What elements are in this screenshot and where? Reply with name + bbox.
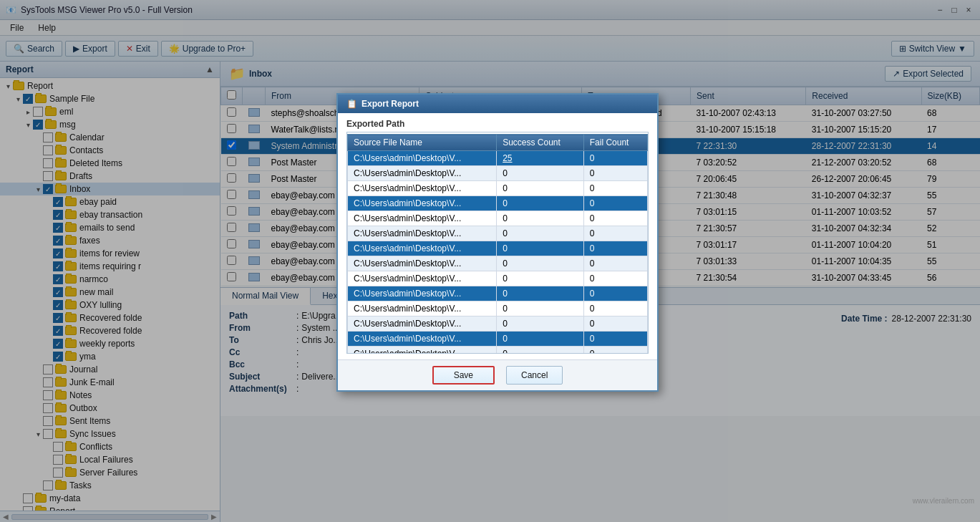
- report-success: 0: [497, 347, 584, 354]
- export-report-modal: 📋 Export Report Exported Path Source Fil…: [336, 93, 659, 392]
- report-fail: 0: [583, 256, 647, 271]
- report-fail: 0: [583, 286, 647, 301]
- report-success: 25: [497, 151, 584, 166]
- report-success: 0: [497, 256, 584, 271]
- report-row: C:\Users\admin\Desktop\V... 0 0: [348, 332, 648, 347]
- report-filename: C:\Users\admin\Desktop\V...: [348, 256, 497, 271]
- report-success: 0: [497, 196, 584, 211]
- report-fail: 0: [583, 166, 647, 181]
- report-filename: C:\Users\admin\Desktop\V...: [348, 181, 497, 196]
- report-row: C:\Users\admin\Desktop\V... 0 0: [348, 166, 648, 181]
- report-success: 0: [497, 211, 584, 226]
- report-success: 0: [497, 226, 584, 241]
- report-row: C:\Users\admin\Desktop\V... 0 0: [348, 256, 648, 271]
- modal-body: Exported Path Source File Name Success C…: [338, 113, 657, 359]
- report-row: C:\Users\admin\Desktop\V... 0 0: [348, 211, 648, 226]
- report-row: C:\Users\admin\Desktop\V... 0 0: [348, 196, 648, 211]
- report-row: C:\Users\admin\Desktop\V... 0 0: [348, 226, 648, 241]
- report-filename: C:\Users\admin\Desktop\V...: [348, 332, 497, 347]
- report-fail: 0: [583, 316, 647, 332]
- cancel-button[interactable]: Cancel: [506, 366, 563, 385]
- modal-header-icon: 📋: [346, 99, 357, 109]
- report-filename: C:\Users\admin\Desktop\V...: [348, 286, 497, 301]
- report-success: 0: [497, 181, 584, 196]
- report-fail: 0: [583, 271, 647, 286]
- exported-path-label: Exported Path: [346, 119, 649, 129]
- report-fail: 0: [583, 241, 647, 256]
- report-filename: C:\Users\admin\Desktop\V...: [348, 226, 497, 241]
- report-filename: C:\Users\admin\Desktop\V...: [348, 347, 497, 354]
- report-success: 0: [497, 241, 584, 256]
- report-filename: C:\Users\admin\Desktop\V...: [348, 301, 497, 316]
- report-row: C:\Users\admin\Desktop\V... 0 0: [348, 347, 648, 354]
- save-button[interactable]: Save: [432, 366, 495, 385]
- report-fail: 0: [583, 226, 647, 241]
- report-fail: 0: [583, 196, 647, 211]
- report-filename: C:\Users\admin\Desktop\V...: [348, 196, 497, 211]
- report-table: Source File Name Success Count Fail Coun…: [347, 134, 648, 354]
- report-row: C:\Users\admin\Desktop\V... 0 0: [348, 316, 648, 332]
- report-row: C:\Users\admin\Desktop\V... 0 0: [348, 301, 648, 316]
- report-col-filename: Source File Name: [348, 135, 497, 151]
- report-success: 0: [497, 166, 584, 181]
- report-filename: C:\Users\admin\Desktop\V...: [348, 151, 497, 166]
- report-filename: C:\Users\admin\Desktop\V...: [348, 211, 497, 226]
- report-success: 0: [497, 332, 584, 347]
- report-row: C:\Users\admin\Desktop\V... 0 0: [348, 241, 648, 256]
- report-filename: C:\Users\admin\Desktop\V...: [348, 316, 497, 332]
- report-fail: 0: [583, 332, 647, 347]
- report-fail: 0: [583, 151, 647, 166]
- report-success: 0: [497, 271, 584, 286]
- report-fail: 0: [583, 211, 647, 226]
- report-fail: 0: [583, 347, 647, 354]
- report-fail: 0: [583, 181, 647, 196]
- report-success: 0: [497, 286, 584, 301]
- report-col-success: Success Count: [497, 135, 584, 151]
- report-row: C:\Users\admin\Desktop\V... 0 0: [348, 286, 648, 301]
- report-filename: C:\Users\admin\Desktop\V...: [348, 271, 497, 286]
- report-filename: C:\Users\admin\Desktop\V...: [348, 241, 497, 256]
- report-filename: C:\Users\admin\Desktop\V...: [348, 166, 497, 181]
- report-success: 0: [497, 301, 584, 316]
- report-fail: 0: [583, 301, 647, 316]
- modal-footer: Save Cancel: [338, 359, 657, 390]
- report-success: 0: [497, 316, 584, 332]
- report-col-fail: Fail Count: [583, 135, 647, 151]
- report-row: C:\Users\admin\Desktop\V... 0 0: [348, 181, 648, 196]
- modal-header: 📋 Export Report: [338, 95, 657, 113]
- report-row: C:\Users\admin\Desktop\V... 25 0: [348, 151, 648, 166]
- report-row: C:\Users\admin\Desktop\V... 0 0: [348, 271, 648, 286]
- modal-overlay: 📋 Export Report Exported Path Source Fil…: [0, 0, 980, 522]
- modal-title: Export Report: [362, 99, 419, 109]
